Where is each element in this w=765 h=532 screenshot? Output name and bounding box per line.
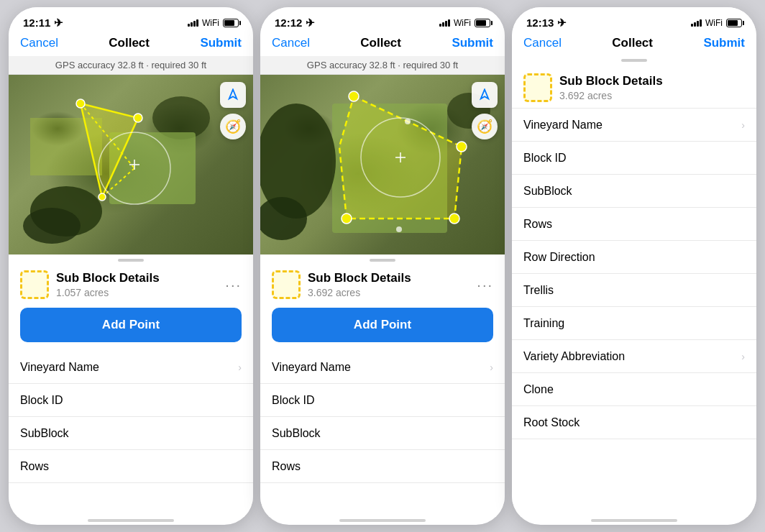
form-row-vineyard-1[interactable]: Vineyard Name ›	[9, 351, 253, 384]
svg-point-15	[260, 104, 336, 219]
form-row-subblock-2[interactable]: SubBlock	[260, 417, 505, 450]
status-bar-3: 12:13 ✈ WiFi	[512, 7, 756, 33]
bottom-panel-2: Sub Block Details 3.692 acres ··· Add Po…	[260, 265, 505, 515]
cancel-button-2[interactable]: Cancel	[272, 36, 310, 50]
subblock-header-3: Sub Block Details 3.692 acres	[512, 65, 756, 108]
form-row-vineyard-3[interactable]: Vineyard Name ›	[512, 109, 756, 142]
svg-point-6	[76, 99, 85, 108]
svg-point-0	[30, 186, 102, 237]
battery-icon-3	[726, 19, 742, 27]
submit-button-3[interactable]: Submit	[703, 36, 745, 50]
subblock-acres-2: 3.692 acres	[308, 287, 477, 298]
svg-rect-4	[30, 118, 102, 175]
svg-rect-3	[109, 132, 196, 204]
svg-line-9	[81, 104, 134, 168]
detail-panel-3: Sub Block Details 3.692 acres Vineyard N…	[512, 65, 756, 515]
status-icons-3: WiFi	[691, 18, 742, 28]
compass-button-1[interactable]: 🧭	[220, 114, 246, 139]
nav-title-1: Collect	[109, 36, 150, 50]
svg-point-24	[396, 226, 402, 232]
form-row-rows-3[interactable]: Rows	[512, 208, 756, 241]
svg-point-19	[349, 91, 359, 101]
form-row-rootstock-3[interactable]: Root Stock	[512, 406, 756, 439]
svg-point-27	[361, 118, 440, 197]
chevron-icon: ›	[238, 362, 242, 373]
cancel-button-3[interactable]: Cancel	[523, 36, 562, 50]
nav-title-3: Collect	[612, 36, 653, 50]
wifi-icon-3: WiFi	[705, 18, 723, 28]
form-row-training-3[interactable]: Training	[512, 307, 756, 340]
subblock-acres-1: 1.057 acres	[56, 287, 225, 298]
battery-icon-2	[475, 19, 490, 27]
form-row-subblock-1[interactable]: SubBlock	[9, 417, 253, 450]
form-row-rows-2[interactable]: Rows	[260, 450, 505, 483]
scroll-handle-3	[621, 59, 647, 62]
svg-point-22	[342, 214, 352, 224]
svg-marker-18	[339, 96, 462, 219]
svg-line-10	[102, 168, 134, 197]
scroll-handle-2	[370, 259, 395, 262]
compass-button-2[interactable]: 🧭	[472, 114, 498, 139]
wifi-icon-1: WiFi	[202, 18, 219, 28]
form-row-clone-3[interactable]: Clone	[512, 373, 756, 406]
subblock-acres-3: 3.692 acres	[559, 90, 745, 101]
location-arrow-button-2[interactable]	[472, 82, 498, 108]
phone-3: 12:13 ✈ WiFi Cancel Collect Submit Sub B…	[512, 7, 756, 525]
home-indicator-3	[591, 519, 677, 522]
subblock-header-1: Sub Block Details 1.057 acres ···	[9, 265, 253, 305]
subblock-icon-1	[20, 270, 49, 299]
status-bar-2: 12:12 ✈ WiFi	[260, 7, 505, 33]
svg-point-20	[457, 142, 467, 152]
phone-2: 12:12 ✈ WiFi Cancel Collect Submit GPS a…	[260, 7, 505, 525]
form-row-rowdirection-3[interactable]: Row Direction	[512, 241, 756, 274]
submit-button-1[interactable]: Submit	[200, 36, 242, 50]
form-row-variety-3[interactable]: Variety Abbreviation ›	[512, 340, 756, 373]
svg-point-21	[449, 214, 459, 224]
form-row-blockid-2[interactable]: Block ID	[260, 384, 505, 417]
subblock-icon-3	[523, 73, 552, 102]
gps-bar-1: GPS accuracy 32.8 ft · required 30 ft	[9, 56, 253, 75]
map-overlay-1	[9, 75, 253, 254]
nav-title-2: Collect	[360, 36, 401, 50]
more-button-2[interactable]: ···	[477, 277, 493, 293]
gps-bar-2: GPS accuracy 32.8 ft · required 30 ft	[260, 56, 505, 75]
subblock-title-3: Sub Block Details	[559, 74, 745, 88]
map-area-2[interactable]: 🧭	[260, 75, 505, 254]
status-time-1: 12:11 ✈	[23, 17, 63, 29]
map-area-1[interactable]: 🧭	[9, 75, 253, 254]
subblock-header-2: Sub Block Details 3.692 acres ···	[260, 265, 505, 305]
chevron-icon: ›	[490, 362, 493, 373]
home-indicator-2	[339, 519, 426, 522]
subblock-icon-2	[272, 270, 301, 299]
form-row-blockid-1[interactable]: Block ID	[9, 384, 253, 417]
svg-point-7	[134, 114, 142, 122]
chevron-icon: ›	[741, 351, 745, 362]
scroll-handle-1	[118, 259, 144, 262]
svg-point-2	[152, 96, 210, 139]
signal-icon-3	[691, 19, 702, 27]
svg-point-16	[260, 197, 307, 240]
phone-1: 12:11 ✈ WiFi Cancel Collect Submit GPS a…	[9, 7, 253, 525]
svg-point-1	[23, 208, 81, 244]
location-arrow-button-1[interactable]	[220, 82, 246, 108]
add-point-button-2[interactable]: Add Point	[272, 308, 493, 342]
add-point-button-1[interactable]: Add Point	[20, 308, 242, 342]
status-time-2: 12:12 ✈	[275, 17, 315, 29]
form-row-subblock-3[interactable]: SubBlock	[512, 175, 756, 208]
map-overlay-2	[260, 75, 505, 254]
nav-bar-3: Cancel Collect Submit	[512, 33, 756, 56]
nav-bar-1: Cancel Collect Submit	[9, 33, 253, 56]
subblock-title-2: Sub Block Details	[308, 271, 477, 285]
status-icons-1: WiFi	[188, 18, 239, 28]
form-row-rows-1[interactable]: Rows	[9, 450, 253, 483]
cancel-button-1[interactable]: Cancel	[20, 36, 58, 50]
home-indicator-1	[88, 519, 174, 522]
signal-icon-2	[439, 19, 450, 27]
svg-rect-14	[332, 104, 447, 233]
submit-button-2[interactable]: Submit	[452, 36, 493, 50]
bottom-panel-1: Sub Block Details 1.057 acres ··· Add Po…	[9, 265, 253, 515]
form-row-blockid-3[interactable]: Block ID	[512, 142, 756, 175]
form-row-vineyard-2[interactable]: Vineyard Name ›	[260, 351, 505, 384]
more-button-1[interactable]: ···	[225, 277, 242, 293]
form-row-trellis-3[interactable]: Trellis	[512, 274, 756, 307]
